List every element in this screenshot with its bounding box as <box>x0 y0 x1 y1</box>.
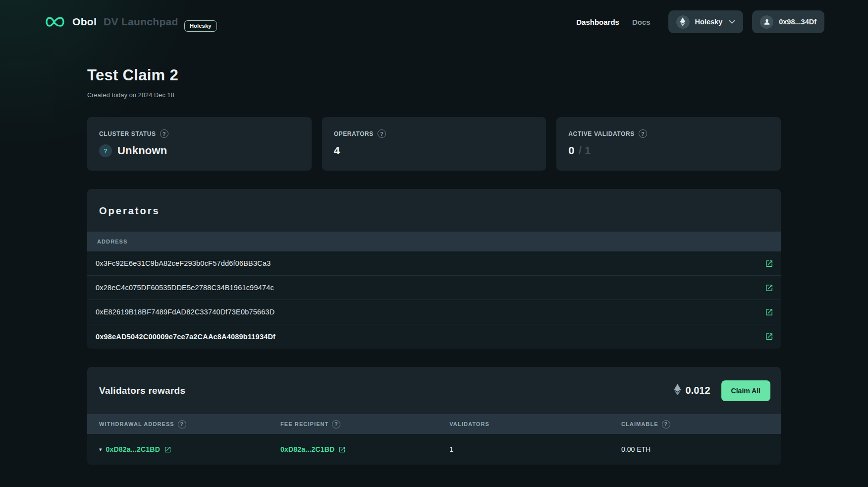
network-selector-button[interactable]: Holesky <box>668 10 744 33</box>
active-validators-help-icon[interactable]: ? <box>639 129 647 138</box>
fee-recipient-help-icon[interactable]: ? <box>332 420 340 428</box>
operator-address: 0x28eC4c075DF60535DDE5e2788C34B1961c9947… <box>96 284 274 292</box>
claimable-help-icon[interactable]: ? <box>662 420 670 428</box>
wallet-account-button[interactable]: 0x98...34Df <box>752 10 824 33</box>
validators-count-cell: 1 <box>449 445 621 453</box>
brand: Obol DV Launchpad Holesky <box>44 15 217 28</box>
network-selector-label: Holesky <box>695 18 723 26</box>
page-title: Test Claim 2 <box>87 66 781 84</box>
fee-recipient-header-label: FEE RECIPIENT <box>280 421 328 427</box>
withdrawal-address-help-icon[interactable]: ? <box>178 420 186 428</box>
cluster-status-label: CLUSTER STATUS <box>99 130 156 137</box>
ethereum-icon <box>676 15 690 29</box>
main-content: Test Claim 2 Created today on 2024 Dec 1… <box>87 66 781 465</box>
external-link-icon[interactable] <box>338 446 346 453</box>
withdrawal-address-link[interactable]: 0xD82a...2C1BD <box>106 445 160 453</box>
unknown-status-icon: ? <box>99 144 112 157</box>
expand-row-caret-icon[interactable]: ▾ <box>99 447 102 452</box>
active-validators-label: ACTIVE VALIDATORS <box>568 130 635 137</box>
external-link-icon[interactable] <box>164 446 171 453</box>
claim-all-button[interactable]: Claim All <box>721 380 770 401</box>
operator-row: 0x28eC4c075DF60535DDE5e2788C34B1961c9947… <box>87 276 781 300</box>
page-subtitle: Created today on 2024 Dec 18 <box>87 92 781 99</box>
validators-rewards-panel: Validators rewards 0.012 Claim All <box>87 367 781 465</box>
stat-card-operators: OPERATORS ? 4 <box>322 117 546 171</box>
brand-company: Obol <box>72 16 97 28</box>
brand-product: DV Launchpad <box>104 16 178 28</box>
operators-table-header: ADDRESS <box>87 232 781 251</box>
stat-card-active-validators: ACTIVE VALIDATORS ? 0 / 1 <box>556 117 781 171</box>
rewards-table-row: ▾ 0xD82a...2C1BD 0xD82a...2C1BD <box>87 434 781 465</box>
active-validators-value: 0 <box>568 144 574 157</box>
stat-card-cluster-status: CLUSTER STATUS ? ? Unknown <box>87 117 312 171</box>
operator-row-current-user: 0x98eAD5042C00009e7ce7a2CAAc8A4089b11934… <box>87 324 781 349</box>
cluster-status-value: Unknown <box>117 144 167 157</box>
operators-help-icon[interactable]: ? <box>378 129 386 138</box>
address-column-header: ADDRESS <box>97 239 128 244</box>
nav-buttons: Holesky 0x98...34Df <box>668 10 824 33</box>
operators-label: OPERATORS <box>334 130 374 137</box>
stats-row: CLUSTER STATUS ? ? Unknown OPERATORS ? 4… <box>87 117 781 171</box>
claimable-column-header: CLAIMABLE ? <box>621 420 781 428</box>
total-rewards-value: 0.012 <box>686 385 710 396</box>
rewards-table-header: WITHDRAWAL ADDRESS ? FEE RECIPIENT ? VAL… <box>87 414 781 434</box>
withdrawal-address-header-label: WITHDRAWAL ADDRESS <box>99 421 174 427</box>
total-rewards: 0.012 <box>674 384 710 397</box>
validators-header-label: VALIDATORS <box>449 421 489 427</box>
operator-row: 0x3Fc92E6e31C9bA82ceF293b0cF57dd6f06BB3C… <box>87 251 781 276</box>
withdrawal-address-column-header: WITHDRAWAL ADDRESS ? <box>99 420 280 428</box>
person-icon <box>760 15 773 29</box>
external-link-icon[interactable] <box>765 308 773 316</box>
operators-count-value: 4 <box>334 144 340 157</box>
external-link-icon[interactable] <box>765 332 773 341</box>
nav-link-dashboards[interactable]: Dashboards <box>576 18 619 26</box>
operator-address: 0x3Fc92E6e31C9bA82ceF293b0cF57dd6f06BB3C… <box>96 259 271 267</box>
claimable-header-label: CLAIMABLE <box>621 421 658 427</box>
nav-right: Dashboards Docs Holesky <box>576 10 824 33</box>
operators-panel-title: Operators <box>99 205 769 217</box>
ethereum-icon <box>674 384 681 397</box>
fee-recipient-cell: 0xD82a...2C1BD <box>280 445 449 453</box>
wallet-address-label: 0x98...34Df <box>779 18 816 26</box>
fee-recipient-column-header: FEE RECIPIENT ? <box>280 420 449 428</box>
operators-panel: Operators ADDRESS 0x3Fc92E6e31C9bA82ceF2… <box>87 189 781 349</box>
rewards-panel-title: Validators rewards <box>99 385 185 396</box>
validators-column-header: VALIDATORS <box>449 421 621 427</box>
top-navbar: Obol DV Launchpad Holesky Dashboards Doc… <box>0 0 868 44</box>
nav-link-docs[interactable]: Docs <box>632 18 651 26</box>
claimable-amount-cell: 0.00 ETH <box>621 445 781 453</box>
chevron-down-icon <box>729 20 735 24</box>
operator-address: 0x98eAD5042C00009e7ce7a2CAAc8A4089b11934… <box>96 333 275 341</box>
operator-row: 0xE82619B18BF7489FdAD82C33740Df73E0b7566… <box>87 300 781 324</box>
external-link-icon[interactable] <box>765 284 773 292</box>
external-link-icon[interactable] <box>765 259 773 268</box>
withdrawal-address-cell: ▾ 0xD82a...2C1BD <box>99 445 280 453</box>
active-validators-total: / 1 <box>579 144 591 157</box>
network-badge: Holesky <box>184 20 217 32</box>
obol-infinity-logo-icon <box>44 15 66 28</box>
fee-recipient-link[interactable]: 0xD82a...2C1BD <box>280 445 334 453</box>
operator-address: 0xE82619B18BF7489FdAD82C33740Df73E0b7566… <box>96 308 275 316</box>
cluster-status-help-icon[interactable]: ? <box>160 129 168 138</box>
